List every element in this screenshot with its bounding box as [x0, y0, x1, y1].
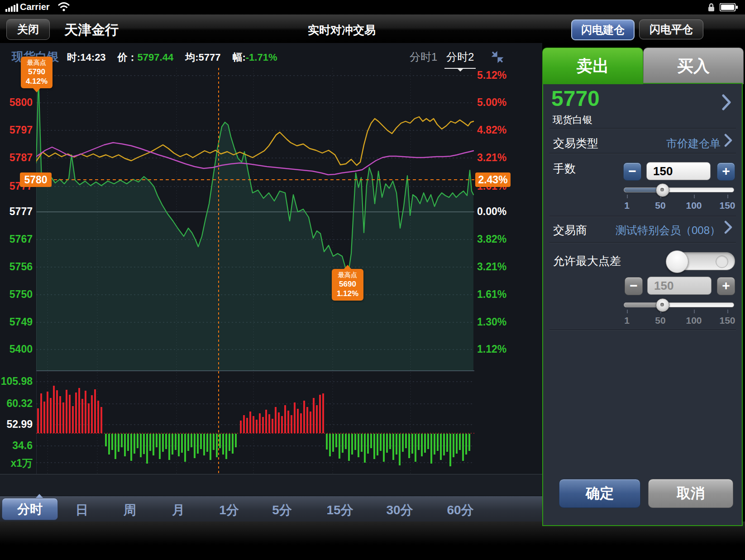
broker-value[interactable]: 测试特别会员（008） — [602, 223, 721, 238]
flash-open-position-button[interactable]: 闪电建仓 — [571, 19, 635, 40]
lots-increase-button[interactable]: + — [717, 163, 735, 181]
quote-price: 5770 — [551, 86, 600, 111]
carrier-label: Carrier — [20, 2, 50, 12]
chevron-right-icon[interactable] — [724, 220, 732, 234]
period-tab-30分[interactable]: 30分 — [375, 502, 425, 519]
flash-close-position-button[interactable]: 闪电平仓 — [639, 19, 703, 39]
app-title: 天津金行 — [64, 21, 119, 39]
time-axis — [0, 474, 542, 496]
chevron-right-icon[interactable] — [721, 94, 731, 110]
collapse-chart-icon[interactable] — [490, 50, 505, 64]
trade-type-label: 交易类型 — [553, 136, 598, 151]
toggle-knob[interactable] — [666, 250, 688, 273]
chart-average: 均:5777 — [185, 51, 220, 64]
trade-type-value[interactable]: 市价建仓单 — [602, 136, 721, 151]
chart-price: 价：5797.44 — [118, 51, 174, 64]
close-button[interactable]: 关闭 — [6, 19, 50, 40]
tab-buy[interactable]: 买入 — [643, 48, 744, 84]
divider — [549, 242, 736, 243]
period-tab-1分[interactable]: 1分 — [204, 502, 254, 519]
chart-info-bar: 时:14:23 价：5797.44 均:5777 幅:-1.71% — [67, 51, 277, 64]
price-volume-chart[interactable] — [36, 68, 474, 474]
tab-minute-chart-2[interactable]: 分时2 — [444, 50, 476, 69]
max-spread-input[interactable] — [647, 277, 712, 295]
lock-status-icon — [708, 3, 715, 12]
cancel-button[interactable]: 取消 — [648, 479, 733, 508]
period-tab-realtime[interactable]: 分时 — [2, 498, 58, 520]
divider — [549, 330, 736, 330]
battery-icon — [720, 3, 738, 11]
lots-label: 手数 — [553, 161, 576, 176]
chart-change: 幅:-1.71% — [232, 51, 277, 64]
period-tab-15分[interactable]: 15分 — [315, 502, 365, 519]
trading-app: Carrier 关闭 天津金行 实时对冲交易 闪电建仓 闪电平仓 现货白银 时:… — [0, 0, 745, 560]
max-spread-decrease-button[interactable]: − — [625, 277, 643, 295]
period-tab-周[interactable]: 周 — [105, 502, 155, 519]
status-bar: Carrier — [0, 0, 745, 14]
lots-slider-thumb[interactable] — [656, 183, 669, 197]
max-spread-slider[interactable] — [624, 302, 734, 307]
signal-strength-icon — [5, 4, 18, 12]
period-tab-60分[interactable]: 60分 — [435, 502, 485, 519]
lots-decrease-button[interactable]: − — [623, 163, 641, 181]
wifi-icon — [58, 2, 70, 11]
lots-slider[interactable] — [624, 187, 734, 192]
chart-time: 时:14:23 — [67, 51, 106, 64]
tab-sell[interactable]: 卖出 — [542, 48, 643, 84]
period-tab-5分[interactable]: 5分 — [257, 502, 307, 519]
period-tab-日[interactable]: 日 — [57, 502, 107, 519]
broker-label: 交易商 — [553, 223, 587, 238]
confirm-button[interactable]: 确定 — [559, 479, 640, 508]
chart-symbol-label: 现货白银 — [12, 49, 59, 65]
divider — [549, 128, 736, 129]
max-spread-slider-thumb[interactable] — [656, 298, 669, 312]
toggle-off-indicator — [716, 255, 728, 268]
footer-bar: 登录用户:456_admin 模拟盘环境 2013-02-25 09:47:08 — [0, 522, 745, 560]
max-spread-toggle[interactable] — [666, 252, 735, 270]
page-title: 实时对冲交易 — [259, 23, 424, 38]
nav-bar: 关闭 天津金行 实时对冲交易 闪电建仓 闪电平仓 — [0, 14, 745, 44]
divider — [549, 153, 736, 153]
quote-symbol: 现货白银 — [553, 113, 592, 127]
tab-minute-chart-1[interactable]: 分时1 — [410, 50, 437, 64]
max-spread-increase-button[interactable]: + — [717, 277, 735, 295]
lots-input[interactable] — [646, 162, 711, 180]
chevron-right-icon[interactable] — [724, 134, 732, 147]
divider — [549, 216, 736, 216]
max-spread-label: 允许最大点差 — [553, 254, 621, 268]
period-tab-月[interactable]: 月 — [153, 502, 203, 519]
